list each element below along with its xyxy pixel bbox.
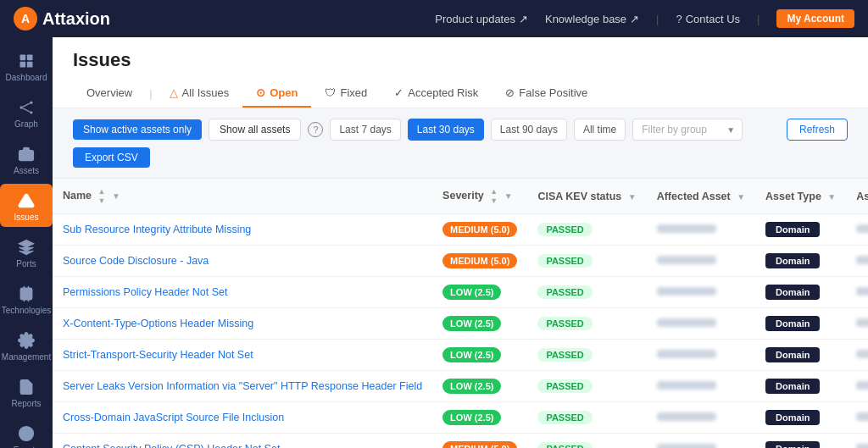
cell-asset-type: Domain — [755, 214, 846, 246]
cell-name: Content Security Policy (CSP) Header Not… — [53, 434, 432, 449]
issue-link[interactable]: Server Leaks Version Information via "Se… — [63, 380, 422, 392]
sidebar-item-assets[interactable]: Assets — [0, 137, 53, 180]
affected-asset-blurred — [657, 287, 716, 296]
cisa-kev-badge: PASSED — [537, 254, 592, 268]
main-content: Issues Overview | △ All Issues ⊙ Open 🛡 … — [53, 37, 868, 448]
page-title: Issues — [73, 49, 848, 71]
cell-severity: MEDIUM (5.0) — [432, 434, 527, 449]
accepted-risk-icon: ✓ — [394, 86, 403, 99]
issue-link[interactable]: Source Code Disclosure - Java — [63, 255, 209, 267]
svg-line-7 — [23, 103, 30, 107]
tab-false-positive[interactable]: ⊘ False Positive — [492, 80, 601, 108]
open-icon: ⊙ — [256, 86, 265, 99]
cell-affected-asset — [647, 371, 755, 402]
col-asset-type: Asset Type ▼ — [755, 179, 846, 214]
filter-group-dropdown[interactable]: Filter by group ▼ — [632, 119, 743, 141]
svg-rect-9 — [19, 151, 34, 161]
refresh-button[interactable]: Refresh — [787, 119, 848, 141]
cisa-kev-badge: PASSED — [537, 411, 592, 424]
sidebar-item-reports[interactable]: Reports — [0, 370, 53, 413]
severity-badge: LOW (2.5) — [442, 316, 501, 331]
knowledge-base-link[interactable]: Knowledge base ↗ — [545, 13, 639, 25]
external-link-icon: ↗ — [519, 13, 528, 25]
cell-severity: MEDIUM (5.0) — [432, 214, 527, 246]
cell-affected-asset — [647, 434, 755, 449]
cell-cisa-kev: PASSED — [527, 277, 646, 308]
show-active-assets-button[interactable]: Show active assets only — [73, 119, 202, 140]
logo[interactable]: A Attaxion — [14, 7, 110, 30]
svg-point-6 — [30, 111, 32, 113]
table-row: Strict-Transport-Security Header Not Set… — [53, 340, 868, 371]
sidebar-item-management[interactable]: Management — [0, 324, 53, 367]
cell-affected-asset — [647, 214, 755, 246]
severity-badge: MEDIUM (5.0) — [442, 253, 517, 268]
tab-fixed[interactable]: 🛡 Fixed — [311, 80, 381, 108]
cell-severity: LOW (2.5) — [432, 402, 527, 434]
col-severity: Severity ▲▼ ▼ — [432, 179, 527, 214]
time-filter-last30[interactable]: Last 30 days — [408, 119, 484, 141]
cell-asset-tags — [846, 434, 868, 449]
table-row: Source Code Disclosure - Java MEDIUM (5.… — [53, 246, 868, 277]
sidebar-item-technologies[interactable]: Technologies — [0, 277, 53, 320]
time-filter-last7[interactable]: Last 7 days — [330, 119, 400, 141]
sidebar-item-events[interactable]: Events — [0, 417, 53, 448]
filters-bar: Show active assets only Show all assets … — [53, 108, 868, 179]
info-icon[interactable]: ? — [308, 122, 323, 137]
time-filter-alltime[interactable]: All time — [574, 119, 626, 141]
cell-severity: LOW (2.5) — [432, 340, 527, 371]
col-affected-asset: Affected Asset ▼ — [647, 179, 755, 214]
tab-accepted-risk[interactable]: ✓ Accepted Risk — [381, 80, 492, 108]
page-tabs: Overview | △ All Issues ⊙ Open 🛡 Fixed ✓ — [73, 80, 848, 108]
false-positive-icon: ⊘ — [505, 86, 515, 99]
cell-asset-type: Domain — [755, 340, 846, 371]
tab-open[interactable]: ⊙ Open — [242, 80, 311, 108]
false-positive-label: False Positive — [519, 86, 587, 99]
severity-badge: LOW (2.5) — [442, 285, 501, 300]
sidebar-item-label: Assets — [14, 166, 39, 175]
cell-asset-type: Domain — [755, 308, 846, 340]
time-filter-last90[interactable]: Last 90 days — [491, 119, 567, 141]
cisa-kev-badge: PASSED — [537, 442, 592, 448]
affected-asset-blurred — [657, 381, 716, 390]
svg-rect-13 — [25, 292, 29, 296]
issue-link[interactable]: X-Content-Type-Options Header Missing — [63, 318, 253, 329]
issue-link[interactable]: Sub Resource Integrity Attribute Missing — [63, 224, 251, 235]
sidebar-item-label: Dashboard — [6, 73, 47, 82]
svg-rect-2 — [20, 62, 26, 68]
sidebar-item-ports[interactable]: Ports — [0, 230, 53, 274]
cell-cisa-kev: PASSED — [527, 371, 646, 402]
asset-tags-blurred — [856, 350, 868, 358]
topnav-links: Product updates ↗ Knowledge base ↗ | ? C… — [435, 9, 854, 28]
issue-link[interactable]: Strict-Transport-Security Header Not Set — [63, 349, 253, 361]
issue-link[interactable]: Content Security Policy (CSP) Header Not… — [63, 443, 280, 448]
contact-us-link[interactable]: ? Contact Us — [676, 13, 741, 25]
sidebar-item-issues[interactable]: Issues — [0, 184, 53, 227]
show-all-assets-button[interactable]: Show all assets — [209, 119, 301, 141]
col-asset-tags: Asset Tags ▼ — [846, 179, 868, 214]
sidebar-item-graph[interactable]: Graph — [0, 91, 53, 134]
issue-link[interactable]: Permissions Policy Header Not Set — [63, 286, 228, 298]
svg-line-8 — [23, 108, 30, 112]
cell-cisa-kev: PASSED — [527, 340, 646, 371]
affected-asset-blurred — [657, 350, 716, 358]
cell-severity: LOW (2.5) — [432, 277, 527, 308]
affected-asset-blurred — [657, 444, 716, 448]
asset-type-badge: Domain — [765, 347, 820, 362]
cell-asset-type: Domain — [755, 277, 846, 308]
tab-overview[interactable]: Overview — [73, 80, 146, 108]
export-csv-button[interactable]: Export CSV — [73, 147, 150, 168]
user-menu[interactable]: My Account — [776, 9, 854, 28]
cell-asset-tags — [846, 371, 868, 402]
tab-all-issues[interactable]: △ All Issues — [156, 80, 243, 108]
col-cisa-kev: CISA KEV status ▼ — [527, 179, 646, 214]
cell-affected-asset — [647, 340, 755, 371]
sidebar-item-dashboard[interactable]: Dashboard — [0, 44, 53, 87]
issue-link[interactable]: Cross-Domain JavaScript Source File Incl… — [63, 412, 284, 423]
product-updates-link[interactable]: Product updates ↗ — [435, 13, 528, 25]
asset-tags-blurred — [856, 287, 868, 296]
cell-asset-tags — [846, 402, 868, 434]
logo-icon: A — [14, 7, 37, 30]
app-layout: Dashboard Graph Assets Issues Ports Tech… — [0, 37, 868, 448]
cell-name: Permissions Policy Header Not Set — [53, 277, 432, 308]
svg-point-4 — [20, 106, 23, 108]
